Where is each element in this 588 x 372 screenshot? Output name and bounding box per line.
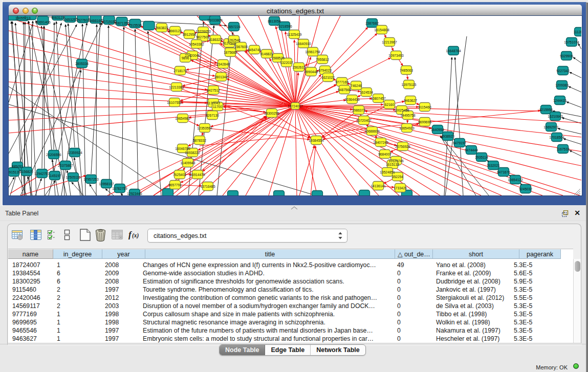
svg-text:6466160: 6466160 (89, 19, 102, 23)
svg-text:6699695: 6699695 (418, 120, 431, 124)
svg-text:11409948: 11409948 (181, 161, 195, 165)
svg-text:7857224: 7857224 (227, 25, 241, 29)
svg-text:1615132: 1615132 (386, 163, 399, 166)
svg-text:12359924: 12359924 (67, 151, 82, 155)
svg-text:13654923: 13654923 (399, 126, 415, 130)
svg-text:8267130: 8267130 (206, 114, 219, 117)
svg-text:1624534: 1624534 (360, 91, 373, 94)
svg-text:9146821: 9146821 (260, 52, 273, 56)
svg-text:10543382: 10543382 (189, 42, 204, 46)
svg-text:8427512: 8427512 (207, 89, 220, 92)
svg-text:7485063: 7485063 (400, 69, 413, 72)
svg-text:9474444: 9474444 (465, 148, 478, 152)
svg-text:13524851: 13524851 (380, 170, 395, 174)
svg-text:16107552: 16107552 (167, 101, 182, 104)
svg-text:10120746: 10120746 (388, 159, 404, 163)
svg-text:9777169: 9777169 (335, 80, 349, 84)
svg-text:7955812: 7955812 (316, 58, 329, 61)
svg-text:8454749: 8454749 (248, 48, 261, 52)
svg-text:1167533: 1167533 (556, 147, 570, 151)
svg-text:16782759: 16782759 (112, 187, 127, 190)
svg-text:8186323: 8186323 (209, 38, 222, 41)
svg-text:8938923: 8938923 (441, 135, 454, 138)
svg-text:2986372: 2986372 (352, 108, 365, 112)
svg-text:18300295: 18300295 (264, 112, 279, 115)
svg-text:15692971: 15692971 (543, 125, 559, 129)
svg-text:9127508: 9127508 (223, 41, 236, 45)
svg-text:12923446: 12923446 (127, 192, 142, 195)
svg-text:19384554: 19384554 (309, 139, 324, 142)
svg-text:20691406: 20691406 (35, 20, 51, 24)
svg-text:16046786: 16046786 (175, 147, 190, 150)
svg-text:15751074: 15751074 (564, 40, 579, 44)
svg-text:14495758: 14495758 (400, 114, 416, 117)
svg-text:10218596: 10218596 (277, 25, 292, 28)
svg-text:9657791: 9657791 (168, 183, 182, 187)
svg-text:2367608: 2367608 (234, 45, 248, 49)
svg-text:7632021: 7632021 (487, 164, 500, 167)
svg-text:10688609: 10688609 (364, 129, 380, 133)
svg-text:9115460: 9115460 (418, 105, 431, 109)
svg-text:9463627: 9463627 (404, 99, 417, 102)
svg-text:1527602: 1527602 (76, 18, 90, 22)
svg-text:9329906: 9329906 (560, 54, 573, 58)
svg-text:8660123: 8660123 (168, 29, 182, 33)
svg-text:10720407: 10720407 (356, 119, 372, 122)
svg-text:352254: 352254 (392, 175, 403, 179)
svg-text:14136141: 14136141 (371, 184, 386, 188)
svg-text:20375867: 20375867 (58, 164, 73, 167)
svg-text:12942757: 12942757 (34, 172, 50, 176)
svg-text:10958107: 10958107 (99, 182, 114, 186)
svg-text:7515536: 7515536 (128, 24, 142, 27)
svg-text:1145197: 1145197 (48, 174, 61, 178)
svg-text:1562615: 1562615 (292, 65, 306, 69)
svg-text:6487568: 6487568 (338, 88, 351, 92)
svg-text:10654122: 10654122 (508, 178, 523, 182)
svg-text:20756928: 20756928 (395, 145, 410, 148)
svg-text:885051: 885051 (12, 165, 23, 168)
svg-text:9827509: 9827509 (196, 35, 209, 39)
svg-text:8215958: 8215958 (539, 108, 553, 112)
svg-text:1112894: 1112894 (574, 30, 581, 34)
svg-text:16154808: 16154808 (374, 28, 389, 32)
svg-text:16640910: 16640910 (296, 42, 311, 46)
svg-text:1262546: 1262546 (227, 38, 241, 42)
svg-text:2805334: 2805334 (75, 62, 89, 65)
svg-text:8990448: 8990448 (304, 70, 318, 74)
svg-text:19654982: 19654982 (175, 117, 190, 120)
svg-text:8813054: 8813054 (268, 19, 281, 23)
svg-text:1621022: 1621022 (321, 76, 335, 79)
svg-text:12353594: 12353594 (197, 126, 212, 130)
svg-text:1156829: 1156829 (20, 170, 33, 173)
svg-text:1170043: 1170043 (207, 101, 220, 105)
svg-text:16961758: 16961758 (305, 50, 320, 54)
svg-text:2718170: 2718170 (173, 69, 187, 73)
svg-text:13226053: 13226053 (195, 30, 211, 33)
svg-text:7663822: 7663822 (155, 26, 168, 30)
svg-text:12505115: 12505115 (66, 176, 81, 179)
svg-text:10807457: 10807457 (371, 97, 386, 100)
svg-text:11325419: 11325419 (287, 33, 302, 36)
svg-text:10653257: 10653257 (62, 18, 78, 21)
svg-text:2387682: 2387682 (365, 21, 379, 25)
svg-text:18407249: 18407249 (373, 141, 388, 144)
svg-text:(x): (x) (132, 232, 139, 239)
svg-text:746246: 746246 (351, 84, 362, 87)
svg-text:8471676: 8471676 (497, 170, 510, 174)
svg-text:17957253: 17957253 (83, 178, 99, 181)
svg-text:13975115: 13975115 (402, 83, 417, 86)
svg-text:20364436: 20364436 (344, 98, 360, 101)
svg-text:7625402: 7625402 (173, 173, 186, 177)
svg-text:10973493: 10973493 (388, 54, 404, 57)
svg-text:1875685: 1875685 (224, 51, 237, 54)
svg-text:9896: 9896 (182, 56, 189, 60)
svg-text:9227342: 9227342 (556, 69, 570, 73)
svg-text:14938222: 14938222 (185, 151, 200, 155)
svg-text:1733426: 1733426 (394, 186, 407, 190)
svg-text:12213383: 12213383 (169, 85, 184, 89)
svg-text:18724007: 18724007 (288, 104, 303, 108)
svg-text:16033809: 16033809 (207, 18, 223, 22)
svg-text:2935114: 2935114 (475, 156, 488, 159)
svg-text:1588520: 1588520 (271, 56, 285, 60)
svg-text:1209383: 1209383 (555, 83, 569, 87)
